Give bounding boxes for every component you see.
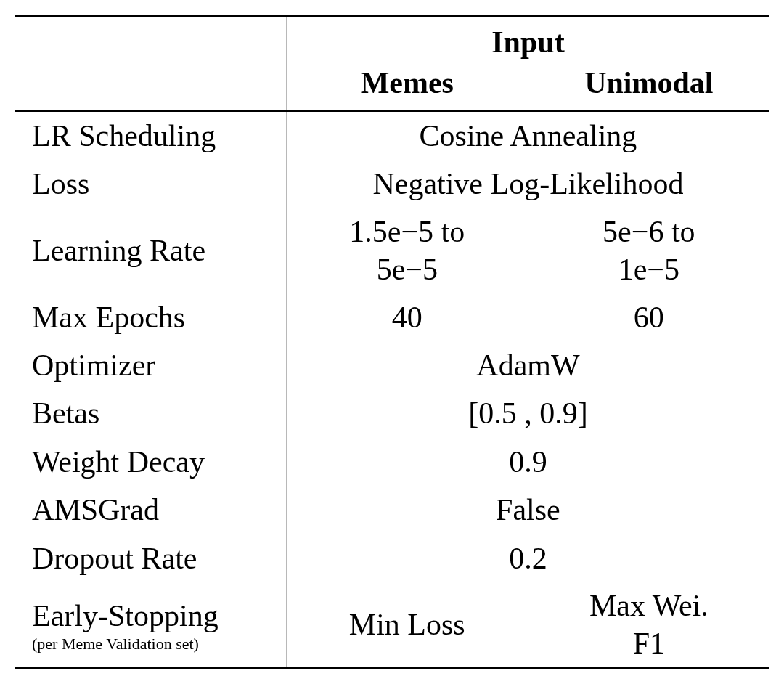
- row-loss: Loss Negative Log-Likelihood: [15, 160, 769, 208]
- value-max-epochs-memes: 40: [286, 293, 528, 341]
- value-learning-rate-memes: 1.5e−5 to 5e−5: [286, 208, 528, 293]
- label-weight-decay: Weight Decay: [15, 438, 286, 486]
- value-max-epochs-unimodal: 60: [528, 293, 769, 341]
- value-weight-decay: 0.9: [286, 438, 769, 486]
- early-stopping-main: Early-Stopping: [32, 597, 276, 635]
- value-learning-rate-unimodal: 5e−6 to 1e−5: [528, 208, 769, 293]
- header-row-1: Input: [15, 16, 769, 64]
- label-amsgrad: AMSGrad: [15, 486, 286, 534]
- value-early-stopping-unimodal: Max Wei. F1: [528, 582, 769, 669]
- table: Input Memes Unimodal LR Scheduling Cosin…: [15, 15, 769, 669]
- header-empty: [15, 16, 286, 64]
- header-row-2: Memes Unimodal: [15, 63, 769, 110]
- value-loss: Negative Log-Likelihood: [286, 160, 769, 208]
- row-amsgrad: AMSGrad False: [15, 486, 769, 534]
- value-amsgrad: False: [286, 486, 769, 534]
- es-unimodal-line2: F1: [633, 627, 665, 660]
- value-early-stopping-memes: Min Loss: [286, 582, 528, 669]
- header-col-unimodal: Unimodal: [528, 63, 769, 110]
- value-betas: [0.5 , 0.9]: [286, 389, 769, 437]
- early-stopping-sub: (per Meme Validation set): [32, 635, 276, 653]
- row-learning-rate: Learning Rate 1.5e−5 to 5e−5 5e−6 to 1e−…: [15, 208, 769, 293]
- header-col-memes: Memes: [286, 63, 528, 110]
- label-loss: Loss: [15, 160, 286, 208]
- row-optimizer: Optimizer AdamW: [15, 341, 769, 389]
- row-max-epochs: Max Epochs 40 60: [15, 293, 769, 341]
- row-dropout: Dropout Rate 0.2: [15, 534, 769, 582]
- lr-unimodal-line2: 1e−5: [618, 253, 679, 286]
- hyperparameter-table: Input Memes Unimodal LR Scheduling Cosin…: [15, 15, 769, 669]
- row-early-stopping: Early-Stopping (per Meme Validation set)…: [15, 582, 769, 669]
- lr-memes-line2: 5e−5: [377, 253, 438, 286]
- lr-unimodal-line1: 5e−6 to: [603, 215, 695, 248]
- value-lr-scheduling: Cosine Annealing: [286, 111, 769, 160]
- row-betas: Betas [0.5 , 0.9]: [15, 389, 769, 437]
- label-betas: Betas: [15, 389, 286, 437]
- lr-memes-line1: 1.5e−5 to: [349, 215, 465, 248]
- label-max-epochs: Max Epochs: [15, 293, 286, 341]
- label-learning-rate: Learning Rate: [15, 208, 286, 293]
- value-dropout: 0.2: [286, 534, 769, 582]
- label-optimizer: Optimizer: [15, 341, 286, 389]
- row-lr-scheduling: LR Scheduling Cosine Annealing: [15, 111, 769, 160]
- es-unimodal-line1: Max Wei.: [589, 589, 709, 622]
- label-early-stopping: Early-Stopping (per Meme Validation set): [15, 582, 286, 669]
- label-dropout: Dropout Rate: [15, 534, 286, 582]
- header-group: Input: [286, 16, 769, 64]
- label-lr-scheduling: LR Scheduling: [15, 111, 286, 160]
- header-empty-2: [15, 63, 286, 110]
- row-weight-decay: Weight Decay 0.9: [15, 438, 769, 486]
- value-optimizer: AdamW: [286, 341, 769, 389]
